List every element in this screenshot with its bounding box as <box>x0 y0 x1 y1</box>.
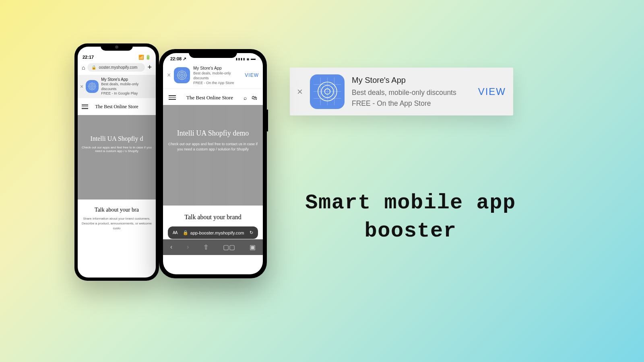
safari-toolbar: ‹ › ⇧ ▢▢ ▣ <box>163 239 263 255</box>
lock-icon: 🔒 <box>183 230 188 235</box>
search-icon[interactable]: ⌕ <box>244 95 247 101</box>
iphone-mockup: 22:08 ↗ ▮▮▮▮◉▬▬ × My Store's App Best de… <box>159 49 267 278</box>
smart-banner-android[interactable]: × My Store's App Best deals, mobile-only… <box>78 75 156 98</box>
android-status-icons: 📶 🔋 <box>138 55 151 60</box>
lock-icon: 🔒 <box>91 65 96 70</box>
banner-title: My Store's App <box>352 74 471 86</box>
menu-icon[interactable] <box>169 95 176 100</box>
banner-line: Best deals, mobile-only discounts <box>352 87 471 98</box>
app-icon <box>86 80 99 93</box>
hero-title: Intelli UA Shopfiy d <box>82 135 152 142</box>
smart-banner-ios[interactable]: × My Store's App Best deals, mobile-only… <box>163 62 263 89</box>
home-icon[interactable]: ⌂ <box>82 64 85 71</box>
store-header: The Best Online Store ⌕ 🛍 <box>163 89 263 105</box>
headline: Smart mobile app booster <box>290 189 531 245</box>
banner-title: My Store's App <box>193 65 242 71</box>
close-icon[interactable]: × <box>297 86 303 97</box>
banner-line: Best deals, mobile-only discounts <box>193 71 242 80</box>
store-title: The Best Online Store <box>88 104 145 109</box>
banner-text: My Store's App Best deals, mobile-only d… <box>193 65 242 86</box>
hero-title: Intelli UA Shopfiy demo <box>168 129 258 138</box>
iphone-url: app-booster.myshopify.com <box>190 230 244 235</box>
safari-url-bar[interactable]: AA 🔒 app-booster.myshopify.com ↻ <box>168 226 258 239</box>
hero-section: Intelli UA Shopfiy demo Check out our ap… <box>163 105 263 206</box>
brand-block: Talk about your bra Share information ab… <box>78 200 156 238</box>
app-icon <box>310 74 345 109</box>
hero-subtitle: Check out our apps and feel free to cont… <box>168 142 258 152</box>
brand-body: Share information about your brand custo… <box>82 216 152 231</box>
iphone-status-icons: ▮▮▮▮◉▬▬ <box>235 56 256 62</box>
close-icon[interactable]: × <box>80 83 83 90</box>
brand-block: Talk about your brand <box>163 206 263 229</box>
text-size-icon[interactable]: AA <box>173 230 177 235</box>
hero-section: Intelli UA Shopfiy d Check out our apps … <box>78 115 156 200</box>
reload-icon[interactable]: ↻ <box>250 230 253 235</box>
brand-title: Talk about your bra <box>82 207 152 213</box>
banner-text: My Store's App Best deals, mobile-only d… <box>352 74 471 109</box>
banner-title: My Store's App <box>101 77 153 82</box>
android-url: ooster.myshopify.com <box>99 65 137 70</box>
store-header: The Best Online Store <box>78 98 156 115</box>
android-phone-mockup: 22:17 📶 🔋 ⌂ 🔒 ooster.myshopify.com + × M… <box>74 43 159 281</box>
android-time: 22:17 <box>83 55 94 60</box>
back-icon[interactable]: ‹ <box>170 243 172 251</box>
cart-icon[interactable]: 🛍 <box>252 95 257 101</box>
home-indicator <box>191 270 235 272</box>
app-icon <box>174 67 190 83</box>
view-button[interactable]: VIEW <box>478 86 506 97</box>
bookmarks-icon[interactable]: ▢▢ <box>223 243 235 251</box>
banner-line: Best deals, mobile-only discounts <box>101 82 153 91</box>
menu-icon[interactable] <box>82 105 88 109</box>
iphone-time: 22:08 ↗ <box>170 56 186 62</box>
store-title: The Best Online Store <box>176 95 244 101</box>
url-pill[interactable]: 🔒 ooster.myshopify.com <box>87 63 145 72</box>
forward-icon[interactable]: › <box>187 243 189 251</box>
view-button[interactable]: VIEW <box>245 72 259 78</box>
banner-line: FREE - In Google Play <box>101 91 153 96</box>
smart-banner-large[interactable]: × My Store's App Best deals, mobile-only… <box>290 68 513 115</box>
close-icon[interactable]: × <box>167 72 171 79</box>
new-tab-icon[interactable]: + <box>147 63 152 72</box>
banner-line: FREE - On the App Store <box>193 80 242 85</box>
android-address-bar[interactable]: ⌂ 🔒 ooster.myshopify.com + <box>78 62 156 75</box>
tabs-icon[interactable]: ▣ <box>250 243 256 251</box>
brand-title: Talk about your brand <box>168 214 258 221</box>
banner-text: My Store's App Best deals, mobile-only d… <box>101 77 153 96</box>
banner-line: FREE - On the App Store <box>352 98 471 109</box>
share-icon[interactable]: ⇧ <box>203 243 208 251</box>
hero-subtitle: Check out our apps and feel free to in c… <box>82 146 152 153</box>
